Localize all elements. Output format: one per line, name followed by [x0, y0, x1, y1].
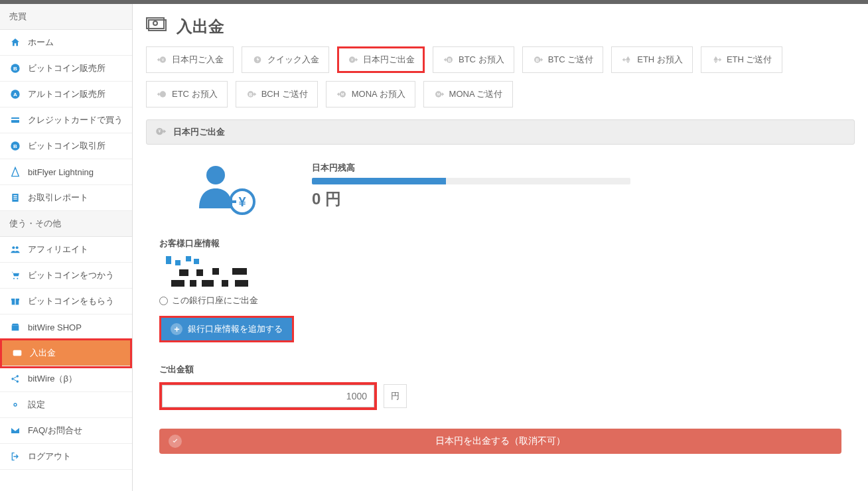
sidebar-item-home[interactable]: ホーム [0, 30, 132, 56]
svg-text:¥: ¥ [159, 129, 161, 133]
tab-mona-send[interactable]: M MONA ご送付 [423, 81, 513, 107]
sidebar-item-affiliate[interactable]: アフィリエイト [0, 237, 132, 263]
tab-label: MONA ご送付 [449, 88, 503, 100]
sidebar-item-btc-sales[interactable]: B ビットコイン販売所 [0, 56, 132, 82]
yen-arrow-out-icon: ¥ [347, 54, 359, 66]
tab-btc-send[interactable]: B BTC ご送付 [522, 46, 604, 73]
svg-point-12 [12, 246, 15, 249]
tab-label: BCH ご送付 [261, 88, 308, 100]
svg-rect-11 [13, 198, 17, 199]
add-bank-label: 銀行口座情報を追加する [188, 323, 283, 335]
svg-point-21 [19, 352, 21, 354]
yen-arrow-in-icon: ¥ [156, 54, 168, 66]
balance-progress [312, 178, 630, 184]
sidebar-item-label: ビットコイン販売所 [28, 62, 106, 74]
tab-label: ETC お預入 [172, 88, 218, 100]
tab-jpy-withdraw[interactable]: ¥ 日本円ご出金 [337, 46, 425, 73]
svg-rect-19 [12, 325, 19, 330]
sidebar-section-trading: 売買 [0, 4, 132, 30]
eth-in-icon [621, 54, 633, 66]
svg-point-24 [17, 380, 19, 382]
main-content: 入出金 ¥ 日本円ご入金 クイック入金 ¥ 日本円ご出金 B BTC お預入 B [133, 4, 868, 491]
home-icon [9, 36, 21, 48]
tab-label: クイック入金 [267, 54, 319, 66]
svg-point-25 [14, 403, 17, 406]
sidebar-item-deposit-withdraw[interactable]: 入出金 [2, 340, 130, 366]
tab-quick-deposit[interactable]: クイック入金 [242, 46, 329, 73]
svg-point-14 [13, 278, 15, 279]
balance-amount: 0 円 [312, 188, 630, 210]
mona-out-icon: M [433, 88, 445, 100]
page-title-row: 入出金 [146, 4, 855, 46]
sidebar-item-btc-exchange[interactable]: B ビットコイン取引所 [0, 133, 132, 159]
sidebar-item-label: クレジットカードで買う [28, 114, 123, 126]
sidebar-item-label: ログアウト [28, 451, 71, 462]
withdraw-to-account-radio[interactable] [159, 297, 168, 305]
sidebar-item-label: お取引レポート [28, 192, 88, 204]
tab-jpy-deposit[interactable]: ¥ 日本円ご入金 [146, 46, 234, 73]
sidebar-item-bitwire-beta[interactable]: bitWire（β） [0, 366, 132, 392]
tab-eth-deposit[interactable]: ETH お預入 [611, 46, 693, 73]
mona-in-icon: M [336, 88, 348, 100]
logout-icon [9, 451, 21, 462]
currency-unit: 円 [384, 384, 407, 408]
sidebar-section-other: 使う・その他 [0, 211, 132, 237]
tab-etc-deposit[interactable]: ETC お預入 [146, 81, 228, 107]
sidebar-item-bitwire-shop[interactable]: bitWire SHOP [0, 315, 132, 340]
yen-arrow-out-icon: ¥ [155, 125, 168, 139]
tab-label: BTC ご送付 [548, 54, 594, 66]
sidebar-item-use-btc[interactable]: ビットコインをつかう [0, 263, 132, 289]
wallet-icon [11, 347, 23, 359]
page-title: 入出金 [177, 16, 224, 37]
quick-deposit-icon [252, 54, 263, 66]
add-bank-button[interactable]: ＋ 銀行口座情報を追加する [161, 318, 292, 340]
sidebar-item-label: bitWire SHOP [28, 322, 82, 332]
sidebar-item-report[interactable]: お取引レポート [0, 185, 132, 211]
sidebar-item-settings[interactable]: 設定 [0, 392, 132, 418]
sidebar-item-get-btc[interactable]: ビットコインをもらう [0, 289, 132, 315]
bitcoin-icon: B [9, 140, 21, 152]
svg-point-13 [16, 246, 19, 249]
withdraw-submit-button[interactable]: 日本円を出金する（取消不可） [159, 429, 841, 454]
svg-point-22 [11, 378, 13, 380]
btc-in-icon: B [443, 54, 455, 66]
balance-block: ¥ 日本円残高 0 円 [146, 155, 855, 231]
lightning-icon [9, 166, 21, 178]
tab-label: ETH ご送付 [727, 54, 772, 66]
svg-text:B: B [448, 58, 451, 62]
svg-point-29 [153, 21, 157, 25]
sidebar-item-label: アフィリエイト [28, 244, 88, 255]
balance-illustration: ¥ [159, 162, 292, 215]
svg-text:M: M [437, 92, 440, 96]
sidebar-item-creditcard[interactable]: クレジットカードで買う [0, 107, 132, 133]
sidebar-item-label: 入出金 [30, 347, 56, 359]
withdraw-button-label: 日本円を出金する（取消不可） [435, 435, 565, 447]
section-title: 日本円ご出金 [173, 126, 225, 138]
sidebar-item-label: bitWire（β） [28, 373, 77, 385]
sidebar-highlight: 入出金 [0, 338, 132, 368]
sidebar-item-label: ホーム [28, 36, 54, 48]
balance-label: 日本円残高 [312, 162, 630, 174]
sidebar-item-label: アルトコイン販売所 [28, 88, 106, 100]
sidebar-item-faq[interactable]: FAQ/お問合せ [0, 418, 132, 444]
sidebar-item-label: 設定 [28, 399, 45, 411]
sidebar-item-logout[interactable]: ログアウト [0, 444, 132, 470]
people-icon [9, 244, 21, 255]
report-icon [9, 192, 21, 204]
tab-label: BTC お預入 [459, 54, 504, 66]
tab-bch-send[interactable]: B BCH ご送付 [236, 81, 318, 107]
eth-out-icon [711, 54, 723, 66]
account-info-header: お客様口座情報 [159, 238, 841, 249]
svg-text:B: B [13, 66, 17, 72]
shop-icon [9, 321, 21, 333]
sidebar-item-lightning[interactable]: bitFlyer Lightning [0, 159, 132, 185]
tab-btc-deposit[interactable]: B BTC お預入 [433, 46, 514, 73]
tab-eth-send[interactable]: ETH ご送付 [701, 46, 782, 73]
withdraw-amount-input[interactable] [162, 385, 374, 407]
check-icon [169, 435, 182, 448]
svg-rect-18 [15, 299, 15, 305]
btc-out-icon: B [532, 54, 544, 66]
sidebar-item-altcoin-sales[interactable]: A アルトコイン販売所 [0, 82, 132, 107]
tab-mona-deposit[interactable]: M MONA お預入 [326, 81, 415, 107]
add-bank-highlight: ＋ 銀行口座情報を追加する [159, 316, 294, 342]
